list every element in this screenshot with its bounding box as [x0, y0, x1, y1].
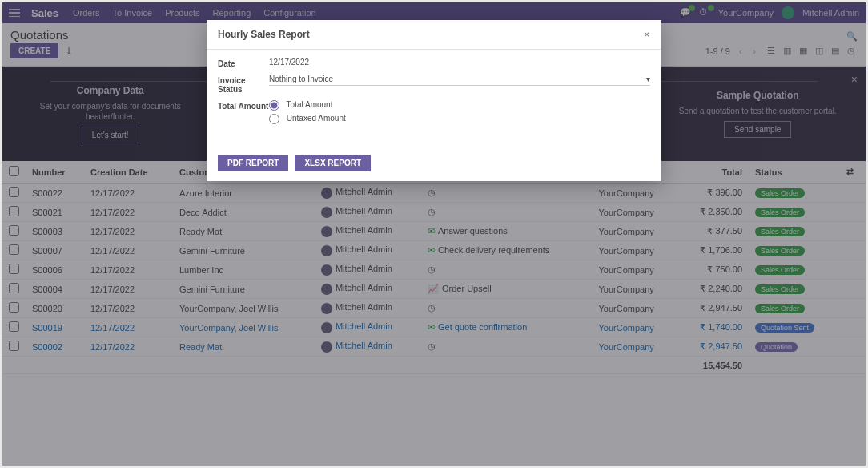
modal-close-icon[interactable]: × — [644, 28, 650, 41]
date-input[interactable]: 12/17/2022 — [269, 58, 650, 67]
field-label-total-amount: Total Amount — [218, 100, 269, 111]
caret-down-icon: ▾ — [646, 75, 650, 83]
xlsx-report-button[interactable]: XLSX REPORT — [295, 155, 371, 171]
invoice-status-value: Nothing to Invoice — [269, 75, 333, 83]
field-label-invoice-status: Invoice Status — [218, 75, 269, 94]
modal-title: Hourly Sales Report — [218, 29, 310, 40]
radio-untaxed-amount[interactable]: Untaxed Amount — [269, 114, 650, 124]
radio-total-amount[interactable]: Total Amount — [269, 100, 650, 111]
field-label-date: Date — [218, 58, 269, 68]
hourly-sales-report-dialog: Hourly Sales Report × Date 12/17/2022 In… — [207, 20, 661, 181]
invoice-status-select[interactable]: Nothing to Invoice ▾ — [269, 75, 650, 86]
pdf-report-button[interactable]: PDF REPORT — [218, 155, 288, 171]
